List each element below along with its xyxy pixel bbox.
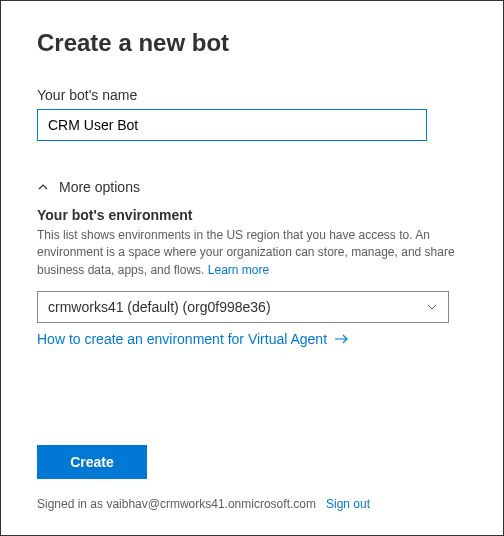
environment-dropdown[interactable]: crmworks41 (default) (org0f998e36)	[37, 291, 449, 323]
how-to-create-env-link[interactable]: How to create an environment for Virtual…	[37, 331, 349, 347]
sign-out-link[interactable]: Sign out	[326, 497, 370, 511]
chevron-down-icon	[426, 301, 438, 313]
signed-in-prefix: Signed in as	[37, 497, 106, 511]
environment-label: Your bot's environment	[37, 207, 467, 223]
signed-in-text: Signed in as vaibhav@crmworks41.onmicros…	[37, 497, 467, 511]
how-to-link-text: How to create an environment for Virtual…	[37, 331, 327, 347]
arrow-right-icon	[335, 334, 349, 344]
more-options-label: More options	[59, 179, 140, 195]
learn-more-link[interactable]: Learn more	[208, 263, 269, 277]
footer-area: Create Signed in as vaibhav@crmworks41.o…	[37, 445, 467, 511]
bot-name-field-group: Your bot's name	[37, 87, 467, 141]
environment-section: Your bot's environment This list shows e…	[37, 207, 467, 348]
more-options-toggle[interactable]: More options	[37, 179, 140, 195]
create-button[interactable]: Create	[37, 445, 147, 479]
user-email: vaibhav@crmworks41.onmicrosoft.com	[106, 497, 316, 511]
bot-name-label: Your bot's name	[37, 87, 467, 103]
chevron-up-icon	[37, 181, 49, 193]
bot-name-input[interactable]	[37, 109, 427, 141]
environment-selected-value: crmworks41 (default) (org0f998e36)	[48, 299, 271, 315]
page-title: Create a new bot	[37, 29, 467, 57]
environment-description: This list shows environments in the US r…	[37, 227, 457, 279]
